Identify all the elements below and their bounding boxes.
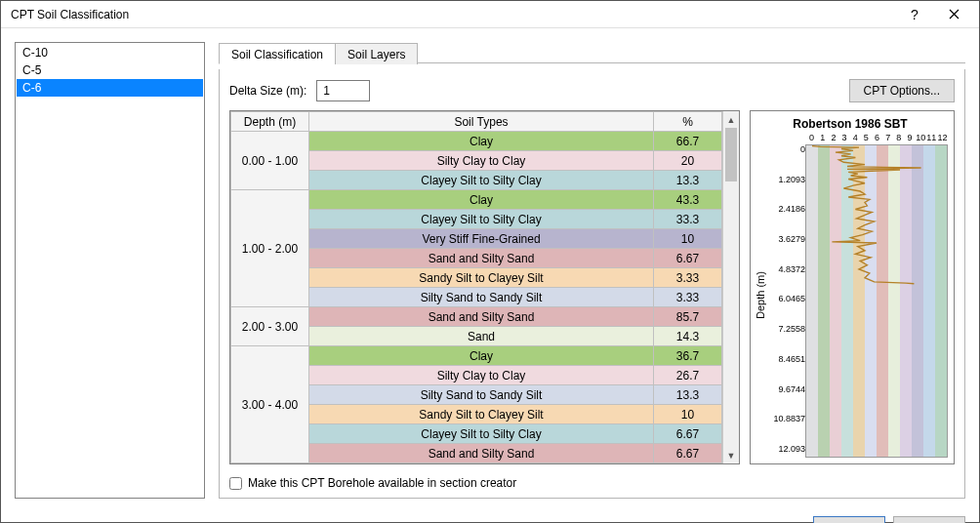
window-title: CPT Soil Classification [11, 8, 895, 21]
pct-cell: 33.3 [654, 210, 722, 229]
dialog-footer: OK Cancel [1, 512, 979, 523]
y-tick: 4.8372 [768, 264, 805, 274]
col-soil-header: Soil Types [309, 112, 654, 132]
pct-cell: 66.7 [654, 132, 722, 151]
y-tick: 2.4186 [768, 204, 805, 214]
y-tick: 0 [768, 144, 805, 154]
soil-cell: Silty Sand to Sandy Silt [309, 288, 654, 307]
content-area: C-10C-5C-6 Soil ClassificationSoil Layer… [1, 28, 979, 512]
scroll-track[interactable] [723, 128, 739, 447]
x-tick: 7 [882, 133, 893, 144]
cancel-button[interactable]: Cancel [893, 516, 965, 523]
delta-size-input[interactable] [316, 80, 370, 101]
help-button[interactable]: ? [895, 1, 934, 28]
y-axis-label: Depth (m) [753, 133, 768, 458]
x-tick: 1 [817, 133, 828, 144]
col-pct-header: % [654, 112, 722, 132]
scroll-thumb[interactable] [725, 128, 737, 181]
y-tick: 10.8837 [768, 414, 805, 423]
section-creator-checkbox[interactable] [229, 477, 242, 490]
pct-cell: 3.33 [654, 268, 722, 288]
y-tick: 8.4651 [768, 354, 805, 364]
soil-table-scroll: Depth (m) Soil Types % 0.00 - 1.00Clay66… [230, 111, 722, 463]
chart-plot [805, 144, 948, 458]
y-tick: 3.6279 [768, 234, 805, 244]
x-tick: 0 [806, 133, 817, 144]
soil-cell: Sandy Silt to Clayey Silt [309, 268, 654, 288]
dialog-window: CPT Soil Classification ? C-10C-5C-6 Soi… [0, 0, 980, 523]
y-tick: 9.6744 [768, 384, 805, 394]
y-tick: 12.093 [768, 444, 805, 454]
soil-cell: Clayey Silt to Silty Clay [309, 171, 654, 190]
vertical-scrollbar[interactable]: ▲ ▼ [722, 111, 739, 463]
pct-cell: 20 [654, 151, 722, 171]
x-tick: 9 [904, 133, 915, 144]
tabs: Soil ClassificationSoil Layers [219, 42, 965, 63]
pct-cell: 6.67 [654, 424, 722, 444]
tab-body: Delta Size (m): CPT Options... Depth (m)… [219, 69, 965, 499]
soil-table-panel: Depth (m) Soil Types % 0.00 - 1.00Clay66… [229, 110, 740, 464]
table-row[interactable]: 0.00 - 1.00Clay66.7 [231, 132, 722, 151]
tab[interactable]: Soil Layers [335, 43, 418, 64]
main-split: Depth (m) Soil Types % 0.00 - 1.00Clay66… [229, 110, 955, 464]
soil-cell: Sandy Silt to Clayey Silt [309, 405, 654, 424]
borehole-list[interactable]: C-10C-5C-6 [15, 42, 205, 499]
soil-cell: Clayey Silt to Silty Clay [309, 424, 654, 444]
pct-cell: 3.33 [654, 288, 722, 307]
tab[interactable]: Soil Classification [219, 43, 336, 64]
soil-cell: Clayey Silt to Silty Clay [309, 210, 654, 229]
y-tick: 6.0465 [768, 294, 805, 303]
x-tick: 8 [893, 133, 904, 144]
soil-cell: Sand and Silty Sand [309, 249, 654, 268]
soil-table: Depth (m) Soil Types % 0.00 - 1.00Clay66… [230, 111, 722, 463]
pct-cell: 10 [654, 405, 722, 424]
pct-cell: 14.3 [654, 327, 722, 346]
depth-cell: 3.00 - 4.00 [231, 346, 309, 463]
sidebar-item[interactable]: C-5 [17, 61, 203, 79]
sidebar-item[interactable]: C-10 [17, 44, 203, 61]
chart-area: Depth (m) 01.20932.41863.62794.83726.046… [753, 133, 948, 458]
y-tick: 1.2093 [768, 175, 805, 184]
top-controls: Delta Size (m): CPT Options... [229, 79, 955, 102]
section-creator-label[interactable]: Make this CPT Borehole available in sect… [248, 476, 516, 490]
chart-panel: Robertson 1986 SBT Depth (m) 01.20932.41… [750, 110, 955, 464]
x-tick: 12 [937, 133, 948, 144]
scroll-up-icon[interactable]: ▲ [723, 111, 739, 128]
pct-cell: 13.3 [654, 385, 722, 405]
y-axis-ticks: 01.20932.41863.62794.83726.04657.25588.4… [768, 133, 805, 458]
table-row[interactable]: 1.00 - 2.00Clay43.3 [231, 190, 722, 210]
x-tick: 11 [926, 133, 937, 144]
cpt-options-button[interactable]: CPT Options... [849, 79, 955, 102]
depth-cell: 1.00 - 2.00 [231, 190, 309, 307]
soil-cell: Sand [309, 327, 654, 346]
pct-cell: 43.3 [654, 190, 722, 210]
chart-title: Robertson 1986 SBT [753, 117, 948, 131]
close-button[interactable] [934, 1, 973, 28]
table-row[interactable]: 2.00 - 3.00Sand and Silty Sand85.7 [231, 307, 722, 327]
depth-cell: 2.00 - 3.00 [231, 307, 309, 346]
delta-size-label: Delta Size (m): [229, 84, 306, 98]
main-panel: Soil ClassificationSoil Layers Delta Siz… [219, 42, 965, 499]
col-depth-header: Depth (m) [231, 112, 309, 132]
pct-cell: 6.67 [654, 444, 722, 463]
table-row[interactable]: 3.00 - 4.00Clay36.7 [231, 346, 722, 366]
ok-button[interactable]: OK [813, 516, 885, 523]
sidebar-item[interactable]: C-6 [17, 79, 203, 97]
pct-cell: 36.7 [654, 346, 722, 366]
y-tick: 7.2558 [768, 324, 805, 334]
scroll-down-icon[interactable]: ▼ [723, 447, 739, 463]
x-tick: 5 [861, 133, 872, 144]
pct-cell: 26.7 [654, 366, 722, 385]
x-tick: 2 [828, 133, 838, 144]
pct-cell: 10 [654, 229, 722, 249]
x-tick: 4 [850, 133, 861, 144]
soil-cell: Silty Clay to Clay [309, 366, 654, 385]
pct-cell: 85.7 [654, 307, 722, 327]
pct-cell: 6.67 [654, 249, 722, 268]
soil-cell: Sand and Silty Sand [309, 444, 654, 463]
chart-line [806, 145, 947, 286]
depth-cell: 0.00 - 1.00 [231, 132, 309, 190]
soil-cell: Silty Clay to Clay [309, 151, 654, 171]
x-tick: 3 [838, 133, 849, 144]
x-tick: 6 [872, 133, 882, 144]
